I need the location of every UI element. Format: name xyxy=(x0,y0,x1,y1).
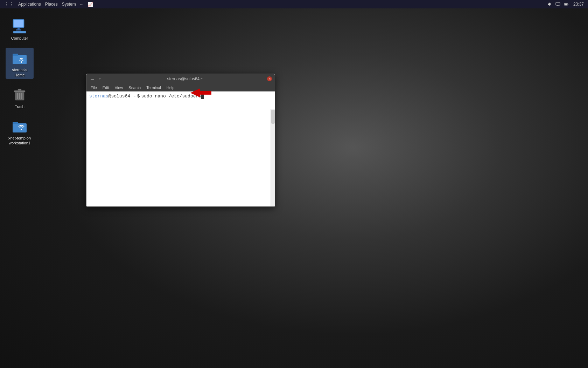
prompt-space xyxy=(130,94,133,99)
desktop-icon-xnet[interactable]: xnet-temp on workstation1 xyxy=(6,116,34,147)
red-arrow-svg xyxy=(190,87,211,99)
desktop-icon-trash[interactable]: Trash xyxy=(6,84,34,110)
svg-marker-24 xyxy=(190,88,211,97)
terminal-window: — □ sternas@solus64:~ ✕ File Edit View S… xyxy=(86,74,275,207)
svg-rect-17 xyxy=(18,89,21,91)
minimize-button[interactable]: — xyxy=(89,76,96,82)
desktop-icon-home[interactable]: sternas's Home xyxy=(6,48,34,79)
svg-rect-21 xyxy=(13,123,27,132)
computer-svg xyxy=(12,18,28,34)
menu-help[interactable]: Help xyxy=(164,85,177,90)
home-icon-label: sternas's Home xyxy=(7,67,32,77)
svg-rect-9 xyxy=(18,28,20,29)
trash-icon-image xyxy=(11,86,28,103)
top-panel: ⋮⋮ Applications Places System ··· 📈 xyxy=(0,0,588,8)
svg-rect-6 xyxy=(565,4,567,5)
svg-rect-10 xyxy=(16,29,21,30)
trash-svg xyxy=(12,86,28,102)
speaker-icon[interactable] xyxy=(547,1,552,7)
desktop: ⋮⋮ Applications Places System ··· 📈 xyxy=(0,0,588,368)
battery-icon xyxy=(564,1,569,7)
svg-marker-0 xyxy=(548,2,550,6)
svg-rect-1 xyxy=(556,2,560,5)
prompt-dollar: $ xyxy=(137,94,140,99)
svg-rect-22 xyxy=(13,122,18,124)
home-svg xyxy=(12,49,28,66)
terminal-prompt-line: sternas @ solus64 ~ $ sudo nano /etc/sud… xyxy=(89,94,272,99)
terminal-body[interactable]: sternas @ solus64 ~ $ sudo nano /etc/sud… xyxy=(86,91,275,206)
prompt-username: sternas xyxy=(89,94,108,99)
svg-point-14 xyxy=(21,61,22,63)
menu-edit[interactable]: Edit xyxy=(100,85,112,90)
xnet-svg xyxy=(12,118,28,134)
terminal-menubar: File Edit View Search Terminal Help xyxy=(86,84,275,91)
svg-rect-8 xyxy=(14,20,23,27)
prompt-tilde: ~ xyxy=(133,94,136,99)
clock: 23:37 xyxy=(572,1,585,7)
maximize-button[interactable]: □ xyxy=(97,76,103,82)
panel-menu-system[interactable]: System xyxy=(61,1,77,7)
prompt-at: @ xyxy=(108,94,111,99)
display-icon[interactable] xyxy=(555,1,561,7)
window-controls: — □ xyxy=(89,76,103,82)
menu-file[interactable]: File xyxy=(88,85,100,90)
trash-icon-label: Trash xyxy=(15,104,24,109)
panel-menu-applications[interactable]: Applications xyxy=(17,1,42,7)
panel-menu-places[interactable]: Places xyxy=(44,1,59,7)
xnet-icon-label: xnet-temp on workstation1 xyxy=(7,136,32,146)
panel-left: ⋮⋮ Applications Places System ··· 📈 xyxy=(3,1,94,8)
close-button[interactable]: ✕ xyxy=(267,76,272,81)
home-icon-image xyxy=(11,49,28,66)
panel-monitor-icon[interactable]: 📈 xyxy=(86,1,94,8)
red-arrow-annotation xyxy=(190,87,211,100)
svg-point-23 xyxy=(21,129,22,130)
menu-search[interactable]: Search xyxy=(126,85,144,90)
panel-extra-1[interactable]: ··· xyxy=(79,1,85,7)
xnet-icon-image xyxy=(11,117,28,134)
svg-rect-5 xyxy=(568,4,568,5)
apps-grid-icon[interactable]: ⋮⋮ xyxy=(3,1,15,8)
terminal-titlebar: — □ sternas@solus64:~ ✕ xyxy=(86,74,275,84)
scrollbar-thumb xyxy=(271,110,275,124)
desktop-icon-computer[interactable]: Computer xyxy=(6,16,34,42)
computer-icon-label: Computer xyxy=(11,36,28,41)
svg-rect-12 xyxy=(13,55,27,64)
desktop-icons-container: Computer sternas's Home xyxy=(0,11,39,153)
terminal-title: sternas@solus64:~ xyxy=(103,76,267,81)
computer-icon-image xyxy=(11,18,28,34)
prompt-hostname: solus64 xyxy=(111,94,130,99)
menu-view[interactable]: View xyxy=(112,85,126,90)
menu-terminal[interactable]: Terminal xyxy=(144,85,164,90)
panel-right: 23:37 xyxy=(547,1,585,7)
svg-rect-11 xyxy=(13,31,26,33)
svg-rect-13 xyxy=(13,54,18,56)
terminal-scrollbar[interactable] xyxy=(271,109,275,206)
